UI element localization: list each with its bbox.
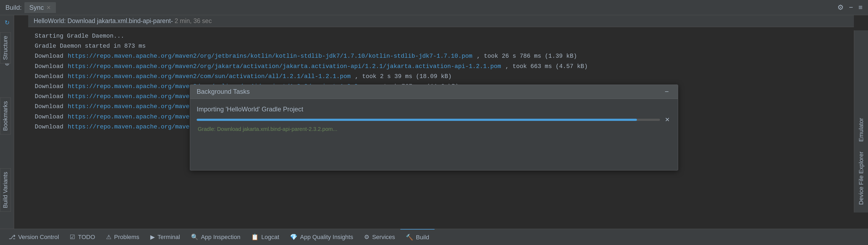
app-inspection-icon: 🔍 [191,234,198,241]
todo-label: TODO [78,234,95,241]
build-variants-tab[interactable]: Build Variants [0,168,11,212]
right-sidebar: Emulator Device File Explorer [854,30,868,212]
app-inspection-tab[interactable]: 🔍 App Inspection [186,229,246,245]
version-control-icon: ⎇ [9,234,16,241]
services-tab[interactable]: ⚙ Services [359,229,400,245]
sync-tab-close[interactable]: ✕ [46,4,51,11]
terminal-label: Terminal [158,234,180,241]
task-title-text: HelloWorld: Download jakarta.xml.bind-ap… [34,18,212,25]
list-icon[interactable]: ≡ [859,3,863,12]
terminal-icon: ▶ [150,234,155,241]
dialog-header: Background Tasks − [190,85,678,99]
structure-tab[interactable]: Structure [0,32,11,63]
sync-sidebar-icon[interactable]: ↻ [2,18,12,28]
task-subtitle: Gradle: Download jakarta.xml.bind-api-pa… [197,126,671,132]
version-control-tab[interactable]: ⎇ Version Control [3,229,64,245]
services-icon: ⚙ [364,234,369,241]
dialog-minimize-button[interactable]: − [662,87,671,96]
logcat-icon: 📋 [251,234,258,241]
log-line: Download https://repo.maven.apache.org/m… [35,72,847,81]
build-label: Build [416,234,429,241]
dialog-body: Importing 'HelloWorld' Gradle Project ✕ … [190,99,678,143]
todo-icon: ☑ [70,234,75,241]
emulator-panel-tab[interactable]: Emulator [857,116,866,144]
todo-tab[interactable]: ☑ TODO [64,229,100,245]
task-item: Importing 'HelloWorld' Gradle Project ✕ … [197,105,671,132]
progress-cancel-button[interactable]: ✕ [663,116,671,124]
bookmarks-tab[interactable]: Bookmarks [0,98,11,134]
problems-icon: ⚠ [106,234,112,241]
bg-tasks-dialog: Background Tasks − Importing 'HelloWorld… [190,84,678,171]
log-line: Starting Gradle Daemon... [35,31,847,41]
build-tab[interactable]: 🔨 Build [400,229,435,245]
log-line: Download https://repo.maven.apache.org/m… [35,51,847,61]
build-icon: 🔨 [406,234,413,241]
app-quality-tab[interactable]: 💎 App Quality Insights [284,229,359,245]
progress-row: ✕ [197,116,671,124]
log-link[interactable]: https://repo.maven.apache.org/maven2/com… [68,72,351,81]
app-inspection-label: App Inspection [201,234,241,241]
version-control-label: Version Control [18,234,59,241]
terminal-tab[interactable]: ▶ Terminal [145,229,186,245]
app-quality-icon: 💎 [290,234,297,241]
log-link[interactable]: https://repo.maven.apache.org/maven2/org… [68,62,501,71]
dialog-title: Background Tasks [197,88,250,95]
top-bar: Build: Sync ✕ ⚙ − ≡ [0,0,868,15]
task-duration: 2 min, 36 sec [175,18,212,24]
top-bar-actions: ⚙ − ≡ [837,3,863,12]
sync-tab[interactable]: Sync ✕ [24,2,56,13]
task-title-bar: HelloWorld: Download jakarta.xml.bind-ap… [28,15,854,27]
sync-tab-label: Sync [29,4,44,11]
app-quality-label: App Quality Insights [300,234,353,241]
bottom-bar: ⎇ Version Control ☑ TODO ⚠ Problems ▶ Te… [0,229,868,245]
logcat-tab[interactable]: 📋 Logcat [246,229,284,245]
task-name: Importing 'HelloWorld' Gradle Project [197,105,671,113]
main-area: ↻ ■ ✎ ⊕ Structure Bookmarks Build Varian… [0,15,868,229]
log-link[interactable]: https://repo.maven.apache.org/maven2/org… [68,51,472,61]
device-explorer-tab[interactable]: Device File Explorer [857,149,866,207]
problems-label: Problems [114,234,140,241]
progress-bar-fill [197,119,637,121]
settings-icon[interactable]: ⚙ [837,3,844,12]
log-line: Gradle Daemon started in 873 ms [35,41,847,51]
problems-tab[interactable]: ⚠ Problems [101,229,145,245]
content-area: HelloWorld: Download jakarta.xml.bind-ap… [28,15,854,229]
dialog-footer [190,143,678,170]
progress-bar-container [197,119,660,121]
logcat-label: Logcat [261,234,279,241]
minimize-icon[interactable]: − [849,3,853,12]
log-line: Download https://repo.maven.apache.org/m… [35,62,847,71]
services-label: Services [372,234,395,241]
build-label: Build: [5,4,22,11]
